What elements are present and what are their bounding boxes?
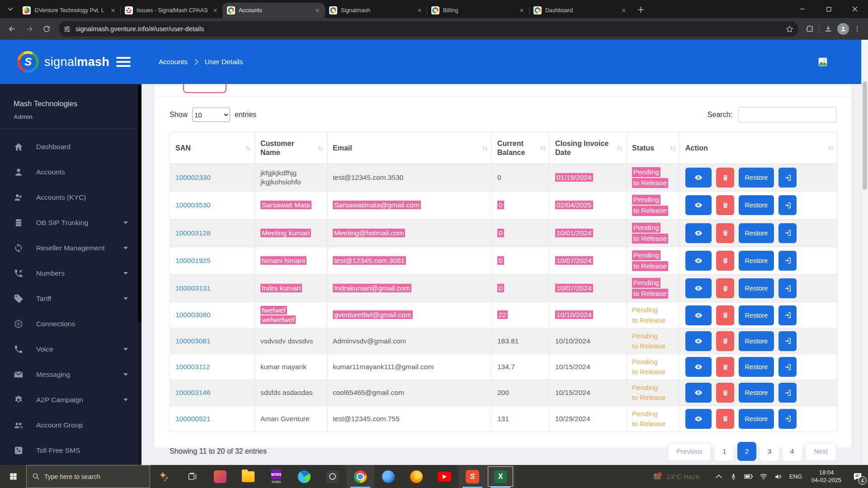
action-center-button[interactable]: 4 [847, 465, 868, 488]
taskbar-weather[interactable]: 23°C Haze [651, 471, 699, 482]
signalmash-logo[interactable]: S signalmash [17, 51, 109, 73]
pagination-page-button[interactable]: 2 [737, 442, 756, 461]
pagination-next-button[interactable]: Next [805, 442, 836, 461]
delete-button[interactable] [716, 383, 734, 403]
tab-close-icon[interactable] [314, 7, 321, 14]
column-header[interactable]: Status [627, 133, 680, 164]
login-as-button[interactable] [778, 251, 797, 271]
pagination-previous-button[interactable]: Previous [668, 442, 711, 461]
delete-button[interactable] [716, 305, 734, 325]
site-settings-icon[interactable] [63, 25, 71, 33]
san-link[interactable]: 100000521 [175, 415, 211, 422]
sidebar-item-voice[interactable]: Voice [0, 337, 142, 362]
bookmark-star-icon[interactable] [785, 25, 794, 33]
pagination-page-button[interactable]: 1 [715, 442, 734, 461]
restore-button[interactable]: Restore [739, 195, 774, 215]
sidebar-item-a2p-campaign[interactable]: A2P Campaign [0, 387, 142, 413]
san-link[interactable]: 100003131 [175, 284, 211, 292]
tab-close-icon[interactable] [518, 7, 525, 14]
photos-app-icon[interactable] [206, 465, 234, 488]
tab-close-icon[interactable] [212, 7, 219, 14]
browser-tab[interactable]: Accounts [222, 3, 325, 18]
login-as-button[interactable] [778, 409, 797, 429]
browser-menu-icon[interactable] [854, 25, 861, 33]
column-header[interactable]: Email [327, 133, 492, 164]
sidebar-item-account-group[interactable]: Account Group [0, 413, 142, 438]
sidebar-item-numbers[interactable]: Numbers [0, 261, 142, 286]
restore-button[interactable]: Restore [739, 251, 774, 271]
restore-button[interactable]: Restore [739, 409, 774, 429]
view-button[interactable] [685, 331, 712, 351]
delete-button[interactable] [716, 409, 734, 429]
view-button[interactable] [685, 223, 712, 243]
sidebar-item-connections[interactable]: Connections [0, 311, 142, 337]
delete-button[interactable] [716, 357, 734, 377]
window-minimize-button[interactable] [789, 0, 816, 18]
delete-button[interactable] [716, 223, 734, 243]
back-button[interactable] [5, 21, 20, 37]
search-input[interactable] [738, 107, 836, 122]
san-link[interactable]: 100003128 [175, 229, 211, 237]
sidebar-scrollbar[interactable] [138, 84, 142, 465]
view-button[interactable] [685, 357, 712, 377]
san-link[interactable]: 100003146 [175, 389, 211, 396]
restore-button[interactable]: Restore [739, 278, 774, 298]
delete-button[interactable] [716, 168, 734, 188]
edge-app-icon[interactable] [290, 465, 318, 488]
wifi-tray-icon[interactable] [756, 465, 771, 488]
tray-expand-button[interactable] [711, 465, 726, 488]
new-tab-button[interactable] [634, 3, 647, 16]
restore-button[interactable]: Restore [739, 305, 774, 325]
sidebar-toggle-icon[interactable] [116, 57, 131, 67]
excel-app-icon[interactable]: X [486, 465, 514, 488]
firefox-app-icon[interactable] [402, 465, 430, 488]
delete-button[interactable] [716, 251, 734, 271]
column-header[interactable]: Action [680, 133, 838, 164]
tab-close-icon[interactable] [416, 7, 423, 14]
camera-app-icon[interactable] [318, 465, 346, 488]
delete-button[interactable] [716, 195, 734, 215]
forward-button[interactable] [22, 21, 37, 37]
chrome-app-icon[interactable] [346, 465, 374, 488]
column-header[interactable]: Current Balance [492, 133, 550, 164]
signalmash-app-icon[interactable]: S [458, 465, 486, 488]
view-button[interactable] [685, 251, 712, 271]
sidebar-item-accounts[interactable]: Accounts [0, 160, 142, 185]
view-button[interactable] [685, 383, 712, 403]
delete-button[interactable] [716, 331, 734, 351]
onedrive-app-icon[interactable] [374, 465, 402, 488]
window-maximize-button[interactable] [816, 0, 842, 18]
clipped-red-button[interactable] [183, 84, 226, 93]
breadcrumb-accounts-link[interactable]: Accounts [159, 58, 188, 66]
cortana-sparkle-icon[interactable] [150, 465, 178, 488]
pagination-page-button[interactable]: 4 [783, 442, 802, 461]
page-scrollbar-thumb[interactable] [863, 81, 867, 190]
task-view-icon[interactable] [178, 465, 206, 488]
volume-tray-icon[interactable] [771, 465, 786, 488]
downloads-icon[interactable] [824, 24, 833, 33]
reload-button[interactable] [39, 21, 54, 37]
login-as-button[interactable] [778, 223, 797, 243]
san-link[interactable]: 100003530 [175, 201, 211, 209]
login-as-button[interactable] [778, 305, 797, 325]
sidebar-item-reseller-management[interactable]: Reseller Management [0, 235, 142, 261]
extensions-icon[interactable] [806, 25, 814, 33]
login-as-button[interactable] [778, 357, 797, 377]
column-header[interactable]: SAN [170, 133, 255, 164]
restore-button[interactable]: Restore [739, 223, 774, 243]
view-button[interactable] [685, 409, 712, 429]
pagination-page-button[interactable]: 3 [760, 442, 779, 461]
login-as-button[interactable] [778, 383, 797, 403]
restore-button[interactable]: Restore [739, 357, 774, 377]
page-size-select[interactable]: 10 [192, 108, 230, 122]
login-as-button[interactable] [778, 278, 797, 298]
sidebar-item-tariff[interactable]: Tariff [0, 286, 142, 311]
sidebar-item-messaging[interactable]: Messaging [0, 362, 142, 387]
san-link[interactable]: 100003080 [175, 311, 211, 319]
delete-button[interactable] [716, 278, 734, 298]
m365-app-icon[interactable]: M365M365 [262, 465, 290, 488]
san-link[interactable]: 100003081 [175, 337, 211, 345]
page-scrollbar[interactable] [861, 40, 868, 465]
login-as-button[interactable] [778, 168, 797, 188]
restore-button[interactable]: Restore [739, 168, 774, 188]
